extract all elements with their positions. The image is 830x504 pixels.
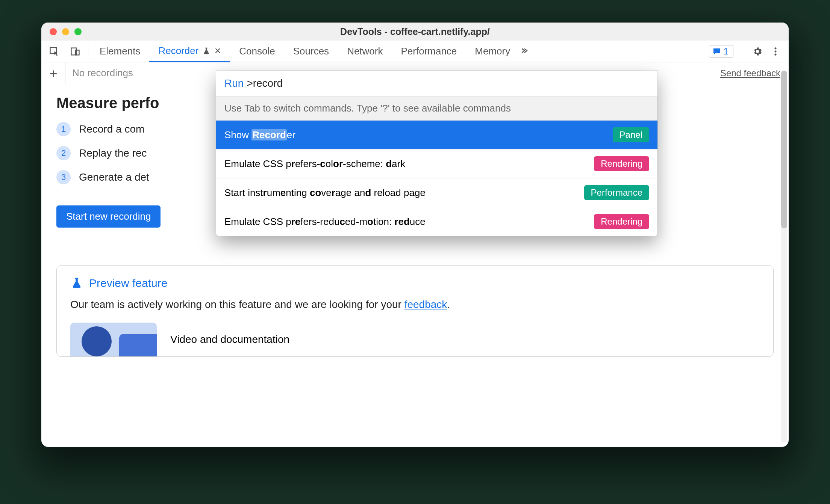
preview-body-pre: Our team is actively working on this fea…	[70, 299, 404, 310]
settings-icon[interactable]	[752, 46, 763, 57]
palette-item[interactable]: Emulate CSS prefers-reduced-motion: redu…	[216, 207, 657, 236]
feedback-link[interactable]: feedback	[404, 299, 447, 310]
palette-item-label: Start instrumenting coverage and reload …	[224, 187, 426, 199]
preview-header: Preview feature	[70, 277, 760, 290]
tab-console[interactable]: Console	[230, 41, 284, 62]
scrollbar-track[interactable]	[781, 71, 787, 442]
tab-label: Elements	[100, 45, 140, 57]
palette-item[interactable]: Emulate CSS prefers-color-scheme: darkRe…	[216, 149, 657, 178]
add-recording-button[interactable]: ＋	[41, 62, 65, 84]
palette-query-text: >record	[247, 77, 283, 89]
palette-item-label: Emulate CSS prefers-color-scheme: dark	[224, 158, 405, 170]
tab-label: Performance	[401, 45, 457, 57]
tab-recorder[interactable]: Recorder ✕	[149, 41, 230, 62]
tab-label: Network	[347, 45, 383, 57]
tabstrip: Elements Recorder ✕ Console Sources Netw…	[41, 41, 789, 62]
tabstrip-right: 1	[709, 41, 789, 62]
tab-memory[interactable]: Memory	[466, 41, 519, 62]
send-feedback-link[interactable]: Send feedback	[720, 68, 780, 78]
tab-label: Memory	[475, 45, 510, 57]
palette-item-label: Show Recorder	[224, 129, 295, 141]
palette-mode-label: Run	[224, 77, 244, 89]
kebab-menu-icon[interactable]	[770, 46, 781, 57]
flask-icon	[70, 277, 83, 290]
minimize-window-button[interactable]	[62, 28, 69, 35]
messages-badge[interactable]: 1	[709, 45, 733, 58]
palette-item-badge: Rendering	[594, 214, 649, 229]
tab-sources[interactable]: Sources	[284, 41, 338, 62]
video-thumbnail[interactable]	[70, 323, 157, 356]
preview-body-post: .	[447, 299, 450, 310]
device-toolbar-icon[interactable]	[65, 41, 86, 62]
step-text: Record a com	[79, 123, 144, 135]
devtools-window: DevTools - coffee-cart.netlify.app/ Elem…	[41, 23, 789, 447]
message-icon	[712, 47, 721, 56]
more-tabs-chevron-icon[interactable]	[519, 41, 529, 62]
start-new-recording-button[interactable]: Start new recording	[56, 205, 161, 228]
palette-item[interactable]: Start instrumenting coverage and reload …	[216, 178, 657, 207]
svg-point-5	[774, 53, 776, 55]
svg-point-4	[774, 50, 776, 52]
command-palette: Run >record Use Tab to switch commands. …	[216, 71, 657, 236]
close-window-button[interactable]	[50, 28, 57, 35]
step-number: 3	[56, 170, 71, 184]
preview-body: Our team is actively working on this fea…	[70, 299, 760, 311]
tab-performance[interactable]: Performance	[392, 41, 466, 62]
messages-count: 1	[724, 46, 729, 57]
palette-item-label: Emulate CSS prefers-reduced-motion: redu…	[224, 216, 426, 228]
step-text: Generate a det	[79, 171, 149, 183]
palette-item-badge: Rendering	[594, 156, 649, 171]
maximize-window-button[interactable]	[74, 28, 82, 35]
close-tab-icon[interactable]: ✕	[214, 46, 221, 56]
scrollbar-thumb[interactable]	[781, 71, 787, 228]
video-docs-row: Video and documentation	[70, 323, 760, 356]
palette-item[interactable]: Show RecorderPanel	[216, 121, 657, 149]
palette-hint: Use Tab to switch commands. Type '?' to …	[216, 96, 657, 121]
svg-point-3	[774, 47, 776, 49]
window-title: DevTools - coffee-cart.netlify.app/	[41, 26, 789, 37]
palette-input-row[interactable]: Run >record	[216, 71, 657, 96]
inspect-element-icon[interactable]	[44, 41, 65, 62]
flask-icon	[202, 47, 211, 55]
tab-label: Recorder	[158, 45, 198, 57]
separator	[88, 44, 88, 59]
palette-item-badge: Panel	[613, 127, 649, 142]
no-recordings-label: No recordings	[65, 67, 133, 79]
palette-item-badge: Performance	[584, 185, 649, 200]
video-docs-label: Video and documentation	[170, 333, 289, 346]
titlebar: DevTools - coffee-cart.netlify.app/	[41, 23, 789, 41]
tab-elements[interactable]: Elements	[91, 41, 149, 62]
step-text: Replay the rec	[79, 147, 147, 159]
traffic-lights	[41, 28, 82, 35]
preview-title: Preview feature	[89, 277, 167, 290]
step-number: 2	[56, 146, 71, 160]
step-number: 1	[56, 122, 71, 136]
preview-feature-card: Preview feature Our team is actively wor…	[56, 265, 774, 357]
tab-label: Console	[239, 45, 275, 57]
tab-label: Sources	[293, 45, 329, 57]
tab-network[interactable]: Network	[338, 41, 392, 62]
